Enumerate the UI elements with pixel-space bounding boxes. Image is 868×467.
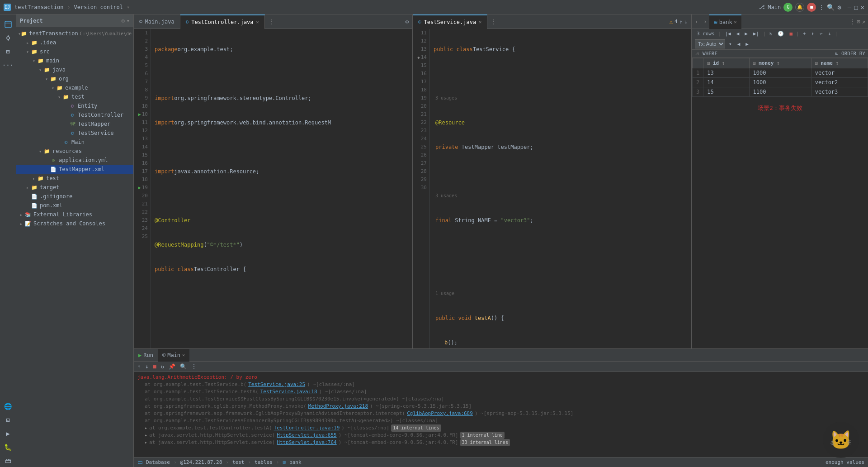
console-rerun-icon[interactable]: ↻ [160, 362, 165, 371]
bottom-tab-main[interactable]: © Main ✕ [158, 349, 189, 362]
tree-item-testmapper[interactable]: 🗺 TestMapper [16, 119, 133, 129]
tree-item-main[interactable]: ▾ 📁 main [16, 56, 133, 65]
db-forward-icon[interactable]: › [701, 19, 709, 25]
console-link-2[interactable]: TestService.java:18 [260, 388, 317, 396]
console-search-icon[interactable]: 🔍 [179, 362, 188, 371]
sidebar-icon-structure[interactable]: ⊞ [2, 45, 14, 58]
bottom-tab-run[interactable]: ▶ Run [134, 349, 158, 362]
db-prev-icon[interactable]: ◀ [735, 30, 741, 38]
expand-btn-7[interactable]: ▸ [145, 424, 147, 432]
console-link-9[interactable]: HttpServlet.java:764 [277, 439, 336, 446]
db-back-icon[interactable]: ‹ [692, 19, 701, 25]
db-cell-id-2[interactable]: 14 [703, 78, 749, 87]
db-reload-icon[interactable]: ↻ [768, 30, 774, 38]
settings-icon[interactable]: ⚙ [837, 4, 841, 11]
win-close[interactable]: ✕ [861, 4, 864, 11]
tree-item-testservice[interactable]: © TestService [16, 129, 133, 138]
console-pin-icon[interactable]: 📌 [168, 362, 176, 371]
db-cell-id-3[interactable]: 15 [703, 87, 749, 97]
tree-item-resources[interactable]: ▾ 📁 resources [16, 147, 133, 156]
sidebar-icon-terminal[interactable]: ⊡ [2, 414, 14, 426]
tree-item-testTransaction[interactable]: ▾ 📁 testTransaction C:\Users\YuanJie\de [16, 29, 133, 38]
db-first-icon[interactable]: |◀ [723, 30, 732, 38]
tab-more-btn-right[interactable]: ⋮ [487, 19, 500, 25]
db-col-id[interactable]: ⊞ id ↕ [703, 58, 749, 68]
win-minimize[interactable]: — [848, 4, 851, 11]
console-link-7[interactable]: TestController.java:19 [274, 424, 340, 432]
db-cell-money-2[interactable]: 1000 [749, 78, 811, 87]
db-arrow-left-icon[interactable]: ◀ [736, 40, 742, 48]
db-cell-money-3[interactable]: 1100 [749, 87, 811, 97]
db-next-icon[interactable]: ▶ [743, 30, 750, 38]
tree-item-idea[interactable]: ▸ 📁 .idea [16, 38, 133, 47]
tree-item-entity[interactable]: © Entity [16, 101, 133, 110]
tree-item-gitignore[interactable]: 📄 .gitignore [16, 192, 133, 201]
tab-main-java[interactable]: © Main.java [134, 14, 180, 29]
arrow-down-icon[interactable]: ↓ [684, 19, 688, 25]
tab-testcontroller-java[interactable]: © TestController.java ✕ [180, 14, 265, 29]
db-detach-icon[interactable]: ↗ [862, 19, 865, 25]
run-gutter-icon[interactable]: ▶ [138, 110, 141, 119]
db-expand-icon[interactable]: ⊡ [857, 19, 860, 25]
panel-collapse-icon[interactable]: ▾ [127, 18, 130, 24]
db-revert-icon[interactable]: ↶ [818, 30, 825, 38]
sidebar-icon-more[interactable]: ··· [2, 59, 14, 71]
db-rows-select[interactable]: 3 rows [695, 30, 717, 38]
tab-close-controller[interactable]: ✕ [256, 19, 259, 24]
db-tx-select[interactable]: Tx: Auto [695, 39, 725, 48]
tree-item-target[interactable]: ▸ 📁 target [16, 183, 133, 192]
console-more-icon[interactable]: ⋮ [190, 362, 198, 371]
branch-name[interactable]: Main [768, 4, 781, 10]
tree-item-org[interactable]: ▾ 📁 org [16, 74, 133, 83]
tab-more-btn[interactable]: ⋮ [265, 19, 278, 25]
db-cell-money-1[interactable]: 1000 [749, 68, 811, 78]
db-col-name[interactable]: ⊞ name ↕ [811, 58, 868, 68]
win-maximize[interactable]: □ [854, 4, 858, 11]
db-cell-name-1[interactable]: vector [811, 68, 868, 78]
db-tab-close[interactable]: ✕ [734, 19, 737, 24]
sidebar-icon-bottom1[interactable]: 🌐 [2, 400, 14, 413]
search-icon[interactable]: 🔍 [827, 4, 835, 11]
tree-item-ext-libs[interactable]: ▸ 📚 External Libraries [16, 210, 133, 219]
sidebar-icon-run[interactable]: ▶ [2, 427, 14, 440]
tree-item-pom-xml[interactable]: 📄 pom.xml [16, 201, 133, 210]
db-tx-more-icon[interactable]: ▾ [727, 40, 734, 48]
db-arrow-right-icon[interactable]: ▶ [744, 40, 750, 48]
tree-item-main-class[interactable]: © Main [16, 138, 133, 147]
db-row-2[interactable]: 2 14 1000 vector2 [693, 78, 868, 87]
expand-btn-9[interactable]: ▸ [145, 439, 147, 446]
console-link-5[interactable]: CglibAopProxy.java:689 [407, 410, 473, 417]
console-link-8[interactable]: HttpServlet.java:655 [277, 432, 336, 439]
db-last-icon[interactable]: ▶| [751, 30, 761, 38]
tab-testservice-java[interactable]: © TestService.java ✕ [413, 14, 487, 29]
db-cell-name-3[interactable]: vector3 [811, 87, 868, 97]
db-row-3[interactable]: 3 15 1100 vector3 [693, 87, 868, 97]
tree-item-test-folder[interactable]: ▾ 📁 test [16, 92, 133, 101]
code-content-controller[interactable]: package org.example.test; import org.spr… [151, 29, 412, 348]
tree-item-testmapper-xml[interactable]: 📄 TestMapper.xml [16, 165, 133, 174]
tree-item-scratches[interactable]: ▸ 📝 Scratches and Consoles [16, 219, 133, 228]
db-row-1[interactable]: 1 13 1000 vector [693, 68, 868, 78]
run-gutter-icon2[interactable]: ▶ [138, 184, 141, 192]
tab-close-service[interactable]: ✕ [479, 19, 481, 24]
version-control-label[interactable]: Version control [74, 4, 123, 10]
db-more-icon[interactable]: ⋮ [850, 19, 855, 25]
db-stop-icon[interactable]: ■ [788, 30, 794, 38]
db-delete-icon[interactable]: ↓ [826, 30, 833, 38]
tree-item-src[interactable]: ▾ 📁 src [16, 47, 133, 56]
editor-settings-icon[interactable]: ⚙ [406, 19, 409, 25]
panel-settings-icon[interactable]: ⚙ [122, 18, 125, 24]
console-link-4[interactable]: MethodProxy.java:218 [308, 403, 368, 410]
stop-icon[interactable]: ■ [807, 3, 816, 12]
tree-item-example[interactable]: ▾ 📁 example [16, 83, 133, 92]
db-cell-name-2[interactable]: vector2 [811, 78, 868, 87]
arrow-up-icon[interactable]: ↑ [679, 19, 683, 25]
db-col-money[interactable]: ⊞ money ↕ [749, 58, 811, 68]
sidebar-icon-commit[interactable] [2, 32, 14, 44]
bottom-tab-close[interactable]: ✕ [182, 353, 185, 357]
profile-icon[interactable]: G [783, 3, 793, 12]
db-tab-bank[interactable]: ⊞ bank ✕ [709, 14, 741, 29]
console-stop-icon[interactable]: ■ [152, 362, 157, 371]
sidebar-icon-project[interactable] [2, 18, 14, 31]
more-icon[interactable]: ⋮ [819, 4, 824, 10]
